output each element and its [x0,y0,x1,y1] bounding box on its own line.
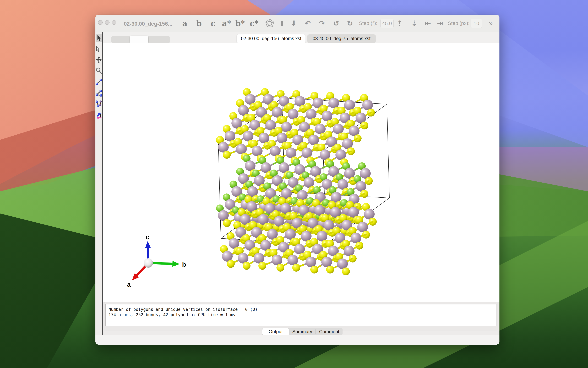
view-along-c-star-button[interactable]: c* [249,15,259,32]
cursor-icon [96,34,102,42]
move-icon [96,56,102,64]
view-along-c-button[interactable]: c [209,15,217,32]
tab-scrollbar[interactable] [111,36,170,43]
polyhedron-view-button[interactable] [265,15,275,32]
plane-tool[interactable] [96,111,102,119]
view-along-a-button[interactable]: a [181,15,189,32]
structure-canvas[interactable]: cba [103,43,500,302]
translate-tool[interactable] [96,55,102,64]
translate-right-button[interactable]: ⇥ [435,15,445,32]
area-select-tool[interactable] [96,45,102,54]
view-along-b-star-button[interactable]: b* [235,15,245,32]
tab-comment[interactable]: Comment [316,328,342,335]
atom-sulfur [292,264,300,272]
redo-rotation-button[interactable]: ↷ [317,15,327,32]
toolbar-overflow-button[interactable]: » [486,15,496,32]
step-down-button[interactable]: ⇣ [409,15,419,32]
minimize-button[interactable] [105,20,110,25]
view-along-b-button[interactable]: b [195,15,203,32]
atom-sulfur [243,262,251,270]
rotate-cw-button[interactable]: ↻ [345,15,355,32]
view-along-a-star-button[interactable]: a* [221,15,232,32]
atom-sulfur [223,151,231,159]
dodecahedron-icon [265,18,275,28]
output-text[interactable]: Number of polygons and unique vertices o… [105,304,497,326]
magnify-tool[interactable] [96,67,102,75]
svg-text:a: a [127,281,131,288]
tab-summary[interactable]: Summary [289,328,316,335]
distance-icon [96,78,102,86]
atom-sulfur [342,267,350,276]
output-line: 174 atoms, 252 bonds, 42 polyhedra; CPU … [108,312,497,318]
step-px-label: Step (px): [448,15,470,32]
step-deg-input[interactable] [380,18,394,28]
select-tool[interactable] [96,34,102,42]
window-title: 02-30.00_deg-156... [124,21,172,27]
magnifier-icon [96,67,102,74]
tab-scrollbar-thumb[interactable] [130,36,148,43]
svg-text:c: c [146,234,149,241]
file-tab-2[interactable]: 03-45.00_deg-75_atoms.xsf [307,34,376,43]
rotate-ccw-button[interactable]: ↺ [331,15,341,32]
atom-sulfur [276,264,284,272]
axes-widget: cba [125,234,186,289]
step-px-input[interactable] [471,18,482,28]
close-button[interactable] [98,20,103,25]
dihedral-tool[interactable] [96,100,102,108]
atom-sulfur [227,260,235,268]
tab-output[interactable]: Output [262,328,289,335]
bottom-tab-bar: Output Summary Comment [262,328,342,335]
angle-tool[interactable] [96,89,102,97]
rotate-down-button[interactable]: ⬇ [289,15,299,32]
rotate-up-button[interactable]: ⬆ [277,15,287,32]
output-line: Number of polygons and unique vertices o… [108,307,497,312]
plane-icon [96,111,102,119]
app-window: 02-30.00_deg-156... a b c a* b* c* ⬆ ⬇ ↶ [96,15,500,345]
step-deg-label: Step (°): [359,15,377,32]
atom-sulfur [258,262,266,270]
tool-sidebar [96,32,102,335]
atom-sulfur [326,266,334,274]
file-tab-1[interactable]: 02-30.00_deg-156_atoms.xsf [237,34,306,43]
angle-icon [96,89,102,97]
undo-rotation-button[interactable]: ↶ [303,15,313,32]
translate-left-button[interactable]: ⇤ [423,15,433,32]
zoom-button[interactable] [112,20,116,25]
step-up-button[interactable]: ⇡ [395,15,404,32]
dihedral-icon [96,100,102,108]
window-footer [96,335,500,345]
file-tab-strip: 02-30.00_deg-156_atoms.xsf 03-45.00_deg-… [103,32,500,43]
titlebar: 02-30.00_deg-156... a b c a* b* c* ⬆ ⬇ ↶ [96,15,500,32]
atom-sulfur [223,219,231,227]
distance-tool[interactable] [96,78,102,86]
output-box-frame: Number of polygons and unique vertices o… [104,302,498,331]
atom-sulfur [310,266,318,274]
svg-text:b: b [182,261,186,268]
area-select-icon [96,46,102,53]
